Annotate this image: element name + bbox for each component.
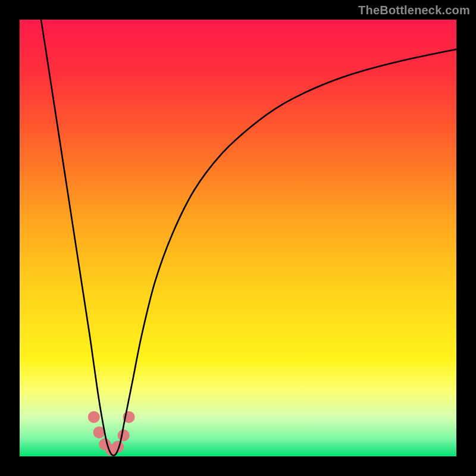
bottom-cluster-markers: [88, 411, 135, 456]
marker-dot: [88, 411, 100, 423]
marker-dot: [118, 430, 130, 441]
plot-area: [20, 20, 456, 456]
bottleneck-curve: [41, 20, 456, 456]
watermark: TheBottleneck.com: [358, 4, 470, 17]
curve-layer: [20, 20, 456, 456]
chart-stage: TheBottleneck.com: [0, 0, 476, 476]
